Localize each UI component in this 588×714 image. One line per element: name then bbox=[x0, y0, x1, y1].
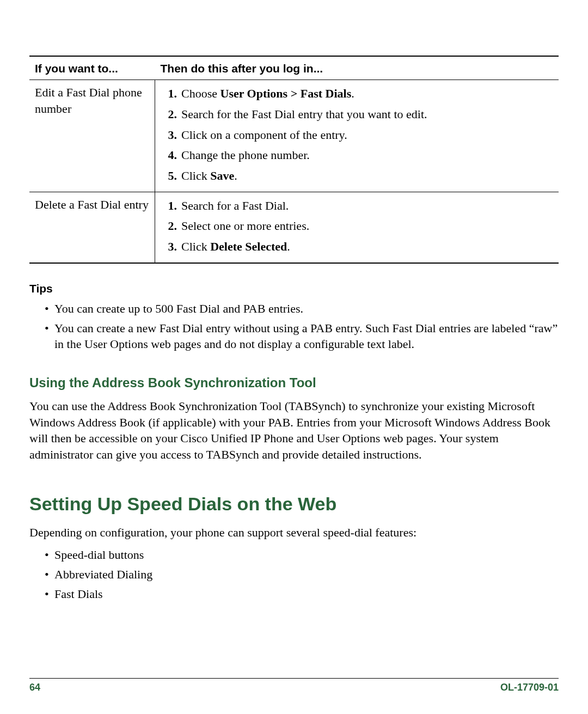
list-item: Speed-dial buttons bbox=[45, 546, 559, 565]
step-bold: Save bbox=[210, 169, 234, 182]
speed-list: Speed-dial buttons Abbreviated Dialing F… bbox=[45, 546, 559, 604]
table-header-then: Then do this after you log in... bbox=[155, 56, 559, 80]
step-text: Choose bbox=[181, 87, 220, 100]
step-text: Select one or more entries. bbox=[181, 219, 309, 233]
step-text: Click bbox=[181, 240, 210, 253]
step-text: Click on a component of the entry. bbox=[181, 128, 347, 142]
task-cell: Edit a Fast Dial phone number bbox=[29, 80, 155, 192]
step-item: Search for the Fast Dial entry that you … bbox=[176, 105, 553, 126]
table-row: Delete a Fast Dial entry Search for a Fa… bbox=[29, 192, 559, 263]
step-item: Change the phone number. bbox=[176, 146, 553, 167]
list-item-text: You can create up to 500 Fast Dial and P… bbox=[54, 302, 303, 315]
tips-list: You can create up to 500 Fast Dial and P… bbox=[45, 300, 559, 355]
step-item: Click on a component of the entry. bbox=[176, 126, 553, 147]
list-item-text: Speed-dial buttons bbox=[54, 548, 144, 562]
list-item: Abbreviated Dialing bbox=[45, 565, 559, 585]
step-text: Search for a Fast Dial. bbox=[181, 199, 289, 212]
table-header-want: If you want to... bbox=[29, 56, 155, 80]
step-item: Click Save. bbox=[176, 167, 553, 187]
step-item: Search for a Fast Dial. bbox=[176, 197, 553, 217]
doc-id: OL-17709-01 bbox=[500, 682, 559, 693]
list-item-text: Fast Dials bbox=[54, 587, 103, 601]
speed-intro: Depending on configuration, your phone c… bbox=[29, 524, 559, 541]
document-page: If you want to... Then do this after you… bbox=[0, 0, 588, 714]
step-text: . bbox=[351, 87, 354, 100]
step-item: Select one or more entries. bbox=[176, 217, 553, 237]
page-footer: 64 OL-17709-01 bbox=[29, 678, 559, 693]
step-text: Search for the Fast Dial entry that you … bbox=[181, 107, 427, 121]
list-item: You can create up to 500 Fast Dial and P… bbox=[45, 300, 559, 319]
step-item: Click Delete Selected. bbox=[176, 237, 553, 258]
steps-cell: Choose User Options > Fast Dials. Search… bbox=[155, 80, 559, 192]
table-row: Edit a Fast Dial phone number Choose Use… bbox=[29, 80, 559, 192]
steps-cell: Search for a Fast Dial. Select one or mo… bbox=[155, 192, 559, 263]
step-bold: User Options > Fast Dials bbox=[220, 87, 352, 100]
step-item: Choose User Options > Fast Dials. bbox=[176, 84, 553, 105]
list-item: You can create a new Fast Dial entry wit… bbox=[45, 319, 559, 355]
section-heading-sync: Using the Address Book Synchronization T… bbox=[29, 375, 559, 390]
list-item: Fast Dials bbox=[45, 585, 559, 605]
list-item-text: You can create a new Fast Dial entry wit… bbox=[54, 321, 558, 351]
sync-body: You can use the Address Book Synchroniza… bbox=[29, 398, 559, 463]
step-text: Change the phone number. bbox=[181, 148, 310, 162]
page-number: 64 bbox=[29, 682, 40, 693]
step-text: . bbox=[287, 240, 290, 253]
task-cell: Delete a Fast Dial entry bbox=[29, 192, 155, 263]
list-item-text: Abbreviated Dialing bbox=[54, 567, 152, 581]
tips-heading: Tips bbox=[29, 282, 559, 295]
task-table: If you want to... Then do this after you… bbox=[29, 56, 559, 264]
step-text: . bbox=[234, 169, 237, 182]
section-heading-speed: Setting Up Speed Dials on the Web bbox=[29, 493, 559, 515]
step-text: Click bbox=[181, 169, 210, 182]
step-bold: Delete Selected bbox=[210, 240, 287, 253]
